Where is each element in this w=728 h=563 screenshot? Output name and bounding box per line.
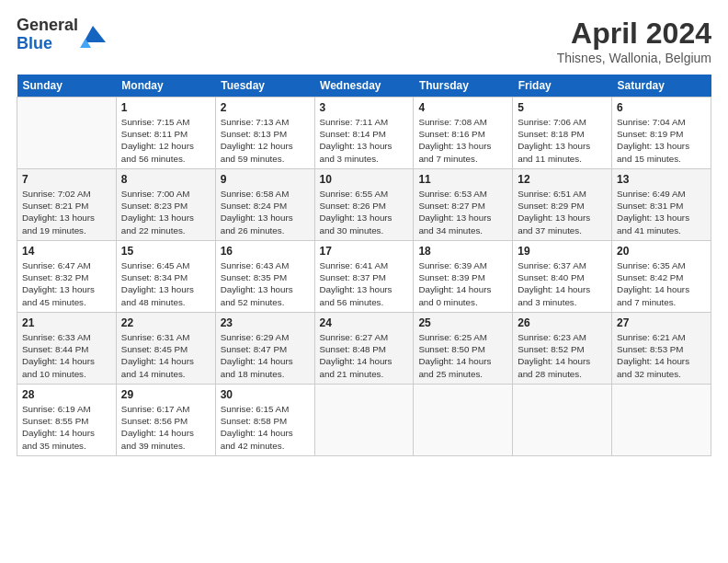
day-info: Sunrise: 6:39 AM Sunset: 8:39 PM Dayligh…	[418, 259, 507, 308]
day-number: 21	[22, 316, 111, 329]
svg-marker-0	[84, 26, 106, 42]
calendar-cell: 3Sunrise: 7:11 AM Sunset: 8:14 PM Daylig…	[314, 98, 414, 169]
calendar-cell: 27Sunrise: 6:21 AM Sunset: 8:53 PM Dayli…	[612, 313, 711, 385]
day-number: 12	[518, 173, 607, 186]
calendar-cell: 16Sunrise: 6:43 AM Sunset: 8:35 PM Dayli…	[215, 241, 314, 313]
day-number: 6	[617, 101, 706, 114]
header: General Blue April 2024 Thisnes, Walloni…	[17, 17, 711, 65]
calendar-cell: 11Sunrise: 6:53 AM Sunset: 8:27 PM Dayli…	[414, 169, 513, 241]
logo: General Blue	[17, 17, 106, 53]
day-number: 8	[121, 173, 210, 186]
day-number: 18	[418, 245, 507, 258]
day-info: Sunrise: 6:45 AM Sunset: 8:34 PM Dayligh…	[121, 259, 210, 308]
day-number: 11	[418, 173, 507, 186]
day-number: 22	[121, 316, 210, 329]
day-info: Sunrise: 6:43 AM Sunset: 8:35 PM Dayligh…	[221, 259, 310, 308]
day-number: 30	[221, 388, 310, 401]
calendar-cell: 12Sunrise: 6:51 AM Sunset: 8:29 PM Dayli…	[513, 169, 612, 241]
day-info: Sunrise: 6:47 AM Sunset: 8:32 PM Dayligh…	[22, 259, 111, 308]
calendar-week-1: 1Sunrise: 7:15 AM Sunset: 8:11 PM Daylig…	[17, 98, 711, 169]
calendar-cell: 14Sunrise: 6:47 AM Sunset: 8:32 PM Dayli…	[17, 241, 117, 313]
col-sunday: Sunday	[17, 75, 117, 98]
day-number: 19	[518, 245, 607, 258]
calendar-cell	[414, 385, 513, 456]
day-number: 29	[121, 388, 210, 401]
calendar-cell: 9Sunrise: 6:58 AM Sunset: 8:24 PM Daylig…	[215, 169, 314, 241]
calendar-cell: 13Sunrise: 6:49 AM Sunset: 8:31 PM Dayli…	[612, 169, 711, 241]
day-number: 7	[22, 173, 111, 186]
calendar-cell: 7Sunrise: 7:02 AM Sunset: 8:21 PM Daylig…	[17, 169, 117, 241]
month-title: April 2024	[557, 17, 711, 51]
calendar-cell: 25Sunrise: 6:25 AM Sunset: 8:50 PM Dayli…	[414, 313, 513, 385]
day-info: Sunrise: 6:35 AM Sunset: 8:42 PM Dayligh…	[617, 259, 706, 308]
calendar-cell: 29Sunrise: 6:17 AM Sunset: 8:56 PM Dayli…	[116, 385, 215, 456]
day-number: 9	[221, 173, 310, 186]
calendar-cell: 23Sunrise: 6:29 AM Sunset: 8:47 PM Dayli…	[215, 313, 314, 385]
day-info: Sunrise: 6:19 AM Sunset: 8:55 PM Dayligh…	[22, 403, 111, 452]
location-subtitle: Thisnes, Wallonia, Belgium	[557, 51, 711, 65]
day-number: 20	[617, 245, 706, 258]
col-thursday: Thursday	[414, 75, 513, 98]
day-info: Sunrise: 6:37 AM Sunset: 8:40 PM Dayligh…	[518, 259, 607, 308]
day-number: 28	[22, 388, 111, 401]
col-wednesday: Wednesday	[314, 75, 414, 98]
calendar-cell: 20Sunrise: 6:35 AM Sunset: 8:42 PM Dayli…	[612, 241, 711, 313]
header-row: Sunday Monday Tuesday Wednesday Thursday…	[17, 75, 711, 98]
day-info: Sunrise: 6:58 AM Sunset: 8:24 PM Dayligh…	[221, 188, 310, 236]
day-info: Sunrise: 6:49 AM Sunset: 8:31 PM Dayligh…	[617, 188, 706, 236]
logo-general: General	[17, 17, 78, 35]
day-info: Sunrise: 6:21 AM Sunset: 8:53 PM Dayligh…	[617, 331, 706, 380]
calendar-cell: 2Sunrise: 7:13 AM Sunset: 8:13 PM Daylig…	[215, 98, 314, 169]
day-number: 14	[22, 245, 111, 258]
day-number: 10	[320, 173, 409, 186]
calendar-week-2: 7Sunrise: 7:02 AM Sunset: 8:21 PM Daylig…	[17, 169, 711, 241]
logo-icon	[80, 22, 106, 48]
title-block: April 2024 Thisnes, Wallonia, Belgium	[557, 17, 711, 65]
calendar-cell: 19Sunrise: 6:37 AM Sunset: 8:40 PM Dayli…	[513, 241, 612, 313]
day-info: Sunrise: 7:02 AM Sunset: 8:21 PM Dayligh…	[22, 188, 111, 236]
day-info: Sunrise: 6:53 AM Sunset: 8:27 PM Dayligh…	[418, 188, 507, 236]
day-number: 4	[418, 101, 507, 114]
calendar-cell: 8Sunrise: 7:00 AM Sunset: 8:23 PM Daylig…	[116, 169, 215, 241]
calendar-cell: 15Sunrise: 6:45 AM Sunset: 8:34 PM Dayli…	[116, 241, 215, 313]
col-tuesday: Tuesday	[215, 75, 314, 98]
day-info: Sunrise: 7:08 AM Sunset: 8:16 PM Dayligh…	[418, 116, 507, 165]
day-info: Sunrise: 7:04 AM Sunset: 8:19 PM Dayligh…	[617, 116, 706, 165]
calendar-cell: 28Sunrise: 6:19 AM Sunset: 8:55 PM Dayli…	[17, 385, 117, 456]
calendar-cell: 17Sunrise: 6:41 AM Sunset: 8:37 PM Dayli…	[314, 241, 414, 313]
day-number: 13	[617, 173, 706, 186]
calendar-cell: 22Sunrise: 6:31 AM Sunset: 8:45 PM Dayli…	[116, 313, 215, 385]
day-info: Sunrise: 6:25 AM Sunset: 8:50 PM Dayligh…	[418, 331, 507, 380]
calendar-cell: 1Sunrise: 7:15 AM Sunset: 8:11 PM Daylig…	[116, 98, 215, 169]
col-monday: Monday	[116, 75, 215, 98]
day-info: Sunrise: 6:33 AM Sunset: 8:44 PM Dayligh…	[22, 331, 111, 380]
day-info: Sunrise: 6:23 AM Sunset: 8:52 PM Dayligh…	[518, 331, 607, 380]
col-friday: Friday	[513, 75, 612, 98]
day-info: Sunrise: 6:31 AM Sunset: 8:45 PM Dayligh…	[121, 331, 210, 380]
day-info: Sunrise: 7:06 AM Sunset: 8:18 PM Dayligh…	[518, 116, 607, 165]
day-info: Sunrise: 6:51 AM Sunset: 8:29 PM Dayligh…	[518, 188, 607, 236]
day-info: Sunrise: 6:17 AM Sunset: 8:56 PM Dayligh…	[121, 403, 210, 452]
calendar-week-3: 14Sunrise: 6:47 AM Sunset: 8:32 PM Dayli…	[17, 241, 711, 313]
calendar-week-5: 28Sunrise: 6:19 AM Sunset: 8:55 PM Dayli…	[17, 385, 711, 456]
day-info: Sunrise: 7:00 AM Sunset: 8:23 PM Dayligh…	[121, 188, 210, 236]
calendar-cell: 21Sunrise: 6:33 AM Sunset: 8:44 PM Dayli…	[17, 313, 117, 385]
day-number: 26	[518, 316, 607, 329]
day-number: 1	[121, 101, 210, 114]
day-number: 25	[418, 316, 507, 329]
day-number: 3	[320, 101, 409, 114]
day-info: Sunrise: 6:55 AM Sunset: 8:26 PM Dayligh…	[320, 188, 409, 236]
calendar-cell: 5Sunrise: 7:06 AM Sunset: 8:18 PM Daylig…	[513, 98, 612, 169]
day-info: Sunrise: 6:27 AM Sunset: 8:48 PM Dayligh…	[320, 331, 409, 380]
day-number: 27	[617, 316, 706, 329]
calendar-cell: 24Sunrise: 6:27 AM Sunset: 8:48 PM Dayli…	[314, 313, 414, 385]
day-info: Sunrise: 7:11 AM Sunset: 8:14 PM Dayligh…	[320, 116, 409, 165]
calendar-cell: 18Sunrise: 6:39 AM Sunset: 8:39 PM Dayli…	[414, 241, 513, 313]
day-info: Sunrise: 6:41 AM Sunset: 8:37 PM Dayligh…	[320, 259, 409, 308]
calendar-cell: 6Sunrise: 7:04 AM Sunset: 8:19 PM Daylig…	[612, 98, 711, 169]
day-info: Sunrise: 6:15 AM Sunset: 8:58 PM Dayligh…	[221, 403, 310, 452]
day-info: Sunrise: 7:13 AM Sunset: 8:13 PM Dayligh…	[221, 116, 310, 165]
day-number: 24	[320, 316, 409, 329]
day-number: 5	[518, 101, 607, 114]
day-number: 15	[121, 245, 210, 258]
